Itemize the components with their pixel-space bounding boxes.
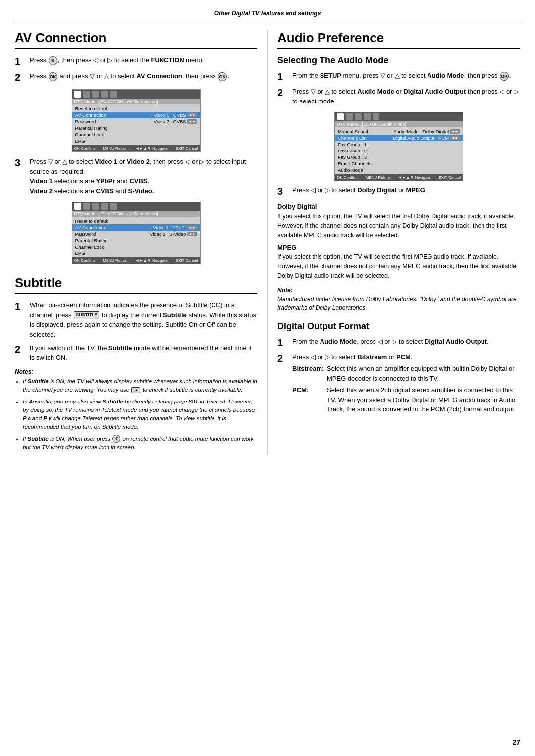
screen-icon-3 (92, 91, 99, 98)
audio-preference-section: Audio Preference Selecting The Audio Mod… (277, 30, 520, 414)
page-number: 27 (512, 738, 520, 746)
screen1-row-password: Password Video 2 CVBS ◄► (72, 118, 200, 125)
screen2-icon-2 (83, 203, 90, 210)
note-text: Manufactured under license from Dolby La… (277, 296, 517, 311)
audio-screen-icon-4 (364, 113, 371, 120)
note-label: Note: (277, 287, 293, 294)
av-connection-steps: 1 Press ⊞, then press ◁ or ▷ to select t… (15, 55, 257, 83)
screen1-row-av: AV Connection Video 1 CVBS ◄► (72, 112, 200, 118)
right-column: Audio Preference Selecting The Audio Mod… (268, 30, 520, 454)
audio-screen-icon-5 (373, 113, 379, 120)
screen2-content: Reset to default AV Connection Video 1 Y… (72, 217, 200, 257)
screen1-content: Reset to default AV Connection Video 1 C… (72, 104, 200, 145)
screen1-row-channel-lock: Channel Lock (72, 131, 200, 138)
ok-icon-1: OK (49, 72, 57, 81)
av-screen-2: DTV Menu...[FUNCTION...AV Connection] Re… (72, 202, 201, 264)
audio-screen-icon-2 (346, 113, 353, 120)
av-screen-1: DTV Menu...[FUNCTION...AV Connection] Re… (72, 89, 201, 152)
audio-screen-icon-1 (337, 113, 344, 120)
screen2-row-av: AV Connection Video 1 YPbPr ◄► (72, 224, 200, 231)
mpeg-heading: MPEG (277, 244, 520, 251)
screen2-icon-5 (110, 203, 117, 210)
audio-mode-step-2: 2 Press ▽ or △ to select Audio Mode or D… (277, 87, 520, 106)
mpeg-text: If you select this option, the TV will s… (277, 252, 520, 280)
digital-output-steps: 1 From the Audio Mode, press ◁ or ▷ to s… (277, 337, 520, 414)
left-column: AV Connection 1 Press ⊞, then press ◁ or… (15, 30, 268, 454)
screen2-icon-4 (101, 203, 108, 210)
audio-screen-menu-title: DTV Menu...[SETUP...Audio Mode] (335, 121, 463, 127)
subtitle-note-2: In Australia, you may also view Subtitle… (23, 398, 257, 432)
audio-preference-title: Audio Preference (277, 30, 520, 49)
av-step-2: 2 Press OK and press ▽ or △ to select AV… (15, 71, 257, 83)
page-header: Other Digital TV features and settings (15, 10, 520, 21)
av-step3-list: 3 Press ▽ or △ to select Video 1 or Vide… (15, 157, 257, 196)
audio-row-fav3: Fav Group : 3 (335, 154, 463, 160)
subtitle-step-2: 2 If you switch off the TV, the Subtitle… (15, 343, 257, 362)
audio-row-fav1: Fav Group : 1 (335, 141, 463, 148)
ok-icon-2: OK (218, 72, 227, 81)
screen2-row-epg: EPG (72, 250, 200, 256)
screen1-row-reset: Reset to default (72, 105, 200, 112)
screen2-row-channel-lock: Channel Lock (72, 244, 200, 250)
av-step-1: 1 Press ⊞, then press ◁ or ▷ to select t… (15, 55, 257, 67)
audio-row-channels: Channels List Digital Audio Output PCM ◄… (335, 135, 463, 141)
subtitle-steps: 1 When on-screen information indicates t… (15, 301, 257, 362)
mute-button-icon: ⊗ (112, 435, 120, 443)
digital-output-section: Digital Output Format 1 From the Audio M… (277, 321, 520, 414)
digital-output-step-1: 1 From the Audio Mode, press ◁ or ▷ to s… (277, 337, 520, 349)
screen1-footer: OK ConfirmMENU Return◄►▲▼ NavigateEXIT C… (72, 145, 200, 151)
audio-mode-screen: DTV Menu...[SETUP...Audio Mode] Manual S… (334, 112, 463, 181)
dolby-digital-subsection: Dolby Digital If you select this option,… (277, 203, 520, 240)
audio-screen-content: Manual Search Audio Mode Dolby Digital ◄… (335, 127, 463, 174)
av-connection-title: AV Connection (15, 30, 257, 49)
screen2-title-bar (72, 202, 200, 211)
digital-output-step-2: 2 Press ◁ or ▷ to select Bitstream or PC… (277, 353, 520, 414)
subtitle-title: Subtitle (15, 275, 257, 294)
screen-icon-1 (74, 91, 81, 98)
subtitle-note-3: If Subtitle is ON, When user press ⊗ on … (23, 435, 257, 452)
mpeg-subsection: MPEG If you select this option, the TV w… (277, 244, 520, 280)
screen2-menu-title: DTV Menu...[FUNCTION...AV Connection] (72, 211, 200, 217)
screen1-title-bar (72, 90, 200, 99)
screen1-row-epg: EPG (72, 138, 200, 144)
screen2-row-parental: Parental Rating (72, 237, 200, 244)
av-step-3: 3 Press ▽ or △ to select Video 1 or Vide… (15, 157, 257, 196)
subtitle-notes-title: Notes: (15, 368, 257, 375)
screen2-row-reset: Reset to default (72, 218, 200, 224)
audio-row-mode: Audio Mode (335, 167, 463, 173)
audio-mode-steps: 1 From the SETUP menu, press ▽ or △ to s… (277, 71, 520, 106)
audio-row-erase: Erase Channels (335, 160, 463, 167)
screen2-icon-1 (74, 203, 81, 210)
audio-screen-footer: OK ConfirmMENU Return◄►▲▼ NavigateEXIT C… (335, 174, 463, 181)
audio-mode-step-1: 1 From the SETUP menu, press ▽ or △ to s… (277, 71, 520, 83)
audio-mode-step-3: 3 Press ◁ or ▷ to select Dolby Digital o… (277, 185, 520, 197)
audio-row-manual: Manual Search Audio Mode Dolby Digital ◄… (335, 128, 463, 135)
subtitle-section: Subtitle 1 When on-screen information in… (15, 275, 257, 452)
audio-screen-title-bar (335, 112, 463, 121)
dolby-digital-heading: Dolby Digital (277, 203, 520, 210)
subtitle-note-1: If Subtitle is ON, the TV will always di… (23, 377, 257, 395)
screen2-footer: OK ConfirmMENU Return◄►▲▼ NavigateEXIT C… (72, 257, 200, 264)
screen-icon-2 (83, 91, 90, 98)
subtitle-notes: Notes: If Subtitle is ON, the TV will al… (15, 368, 257, 452)
subtitle-step-1: 1 When on-screen information indicates t… (15, 301, 257, 339)
selecting-audio-mode: Selecting The Audio Mode 1 From the SETU… (277, 55, 520, 312)
screen2-icon-3 (92, 203, 99, 210)
subtitle-notes-list: If Subtitle is ON, the TV will always di… (15, 377, 257, 452)
digital-output-title: Digital Output Format (277, 321, 520, 332)
dolby-note: Note: Manufactured under license from Do… (277, 286, 520, 312)
ok-icon-audio: OK (500, 72, 509, 81)
screen1-row-parental: Parental Rating (72, 125, 200, 131)
subtitle-button-icon: SUBTITLE (74, 311, 99, 319)
audio-mode-subtitle: Selecting The Audio Mode (277, 55, 520, 66)
dolby-digital-text: If you select this option, the TV will s… (277, 212, 520, 240)
audio-screen-icon-3 (355, 113, 362, 120)
info-icon: i+ (131, 387, 140, 393)
av-connection-section: AV Connection 1 Press ⊞, then press ◁ or… (15, 30, 257, 264)
audio-row-fav2: Fav Group : 2 (335, 148, 463, 154)
screen1-menu-title: DTV Menu...[FUNCTION...AV Connection] (72, 99, 200, 104)
audio-step3-list: 3 Press ◁ or ▷ to select Dolby Digital o… (277, 185, 520, 197)
screen2-row-password: Password Video 2 S-Video ◄► (72, 231, 200, 237)
screen-icon-5 (110, 91, 117, 98)
menu-button-icon: ⊞ (49, 56, 57, 65)
